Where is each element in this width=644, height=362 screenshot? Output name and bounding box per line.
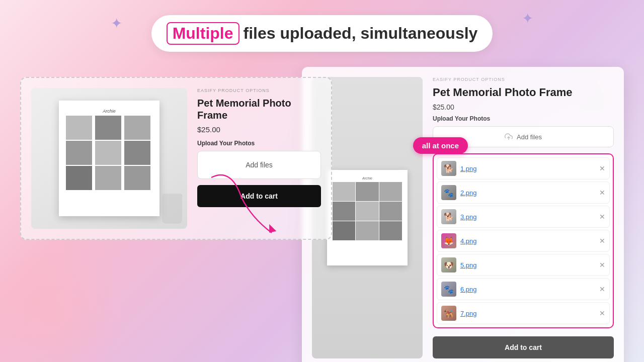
frame-cell-5 xyxy=(95,141,121,165)
right-product-title: Pet Memorial Photo Frame xyxy=(433,86,614,99)
main-content: Archie xyxy=(0,62,644,362)
frame-cell-7 xyxy=(66,166,92,190)
file-name-1: 1.png xyxy=(460,165,595,172)
file-remove-6[interactable]: ✕ xyxy=(599,285,605,293)
file-remove-3[interactable]: ✕ xyxy=(599,213,605,221)
file-thumb-6: 🐾 xyxy=(441,282,456,297)
file-thumb-7: 🐕‍🦺 xyxy=(441,306,456,321)
file-thumb-4: 🦊 xyxy=(441,233,456,248)
left-product-price: $25.00 xyxy=(197,125,321,134)
header: Multiple files uploaded, simultaneously xyxy=(0,0,644,62)
file-item-2: 🐾 2.png ✕ xyxy=(437,182,610,204)
file-name-7: 7.png xyxy=(460,310,595,317)
left-easify-label: EASIFY PRODUCT OPTIONS xyxy=(197,88,321,93)
multiple-highlight: Multiple xyxy=(167,22,239,45)
file-name-3: 3.png xyxy=(460,213,595,221)
file-name-2: 2.png xyxy=(460,189,595,197)
file-thumb-3: 🐕 xyxy=(441,209,456,224)
file-item-3: 🐕 3.png ✕ xyxy=(437,206,610,228)
left-product-title: Pet Memorial Photo Frame xyxy=(197,97,321,121)
right-product-price: $25.00 xyxy=(433,103,614,111)
header-subtitle: files uploaded, simultaneously xyxy=(244,24,478,43)
file-name-6: 6.png xyxy=(460,286,595,293)
file-list: 🐕 1.png ✕ 🐾 2.png ✕ 🐕 xyxy=(433,153,614,328)
upload-icon xyxy=(505,133,513,141)
frame-cell-2 xyxy=(95,116,121,140)
frame-cell-1 xyxy=(66,116,92,140)
left-product-card: Archie xyxy=(20,77,332,240)
file-item-5: 🐶 5.png ✕ xyxy=(437,254,610,276)
left-product-image: Archie xyxy=(31,88,187,229)
file-item-7: 🐕‍🦺 7.png ✕ xyxy=(437,302,610,324)
left-add-to-cart-button[interactable]: Add to cart xyxy=(197,185,321,207)
frame-cell-4 xyxy=(66,141,92,165)
file-name-4: 4.png xyxy=(460,237,595,245)
file-remove-7[interactable]: ✕ xyxy=(599,309,605,317)
photo-frame: Archie xyxy=(59,101,159,216)
header-pill: Multiple files uploaded, simultaneously xyxy=(151,15,493,52)
left-upload-box[interactable]: Add files xyxy=(197,151,321,179)
file-remove-2[interactable]: ✕ xyxy=(599,189,605,197)
file-name-5: 5.png xyxy=(460,261,595,269)
right-product-details: EASIFY PRODUCT OPTIONS Pet Memorial Phot… xyxy=(433,77,614,358)
left-product-details: EASIFY PRODUCT OPTIONS Pet Memorial Phot… xyxy=(197,88,321,229)
file-remove-4[interactable]: ✕ xyxy=(599,237,605,245)
frame-title-text: Archie xyxy=(65,107,153,115)
right-upload-label: Upload Your Photos xyxy=(433,115,614,122)
file-item-6: 🐾 6.png ✕ xyxy=(437,278,610,300)
left-add-files-text: Add files xyxy=(246,161,273,169)
file-item-4: 🦊 4.png ✕ xyxy=(437,230,610,252)
frame-cell-9 xyxy=(124,166,150,190)
file-thumb-5: 🐶 xyxy=(441,257,456,273)
frame-cell-8 xyxy=(95,166,121,190)
frame-cell-3 xyxy=(124,116,150,140)
frame-cell-6 xyxy=(124,141,150,165)
file-thumb-1: 🐕 xyxy=(441,161,456,176)
file-item-1: 🐕 1.png ✕ xyxy=(437,157,610,179)
right-add-to-cart-button[interactable]: Add to cart xyxy=(433,336,614,358)
frame-photo-grid xyxy=(65,115,153,191)
right-panel: all at once Archie xyxy=(302,67,624,362)
frame-mockup: Archie xyxy=(31,88,187,229)
right-product-card: Archie xyxy=(302,67,624,362)
all-at-once-badge: all at once xyxy=(413,137,468,154)
file-remove-5[interactable]: ✕ xyxy=(599,261,605,269)
left-upload-label: Upload Your Photos xyxy=(197,140,321,147)
right-easify-label: EASIFY PRODUCT OPTIONS xyxy=(433,77,614,82)
right-add-files-text: Add files xyxy=(517,133,542,141)
file-thumb-2: 🐾 xyxy=(441,185,456,200)
file-remove-1[interactable]: ✕ xyxy=(599,164,605,172)
left-panel: Archie xyxy=(20,77,332,240)
